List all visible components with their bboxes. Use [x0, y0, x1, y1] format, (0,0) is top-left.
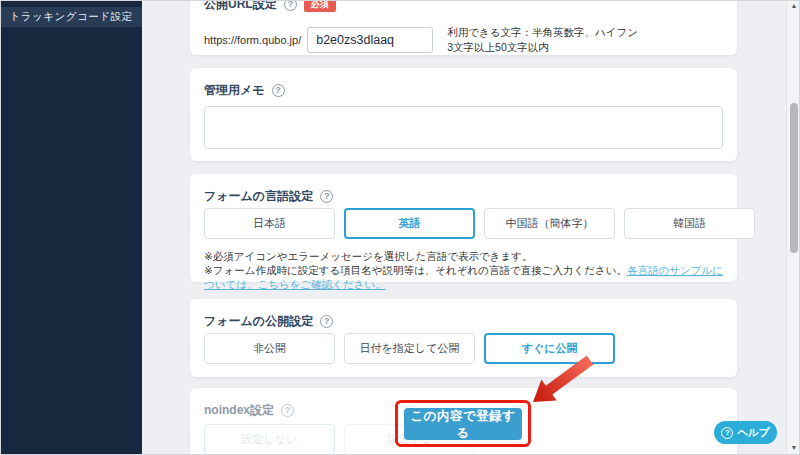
help-icon[interactable]: ?	[284, 0, 297, 11]
sidebar: トラッキングコード設定	[0, 0, 142, 455]
memo-textarea[interactable]	[204, 106, 723, 149]
language-option-chinese-simplified[interactable]: 中国語（簡体字）	[484, 208, 615, 239]
help-icon[interactable]: ?	[320, 190, 333, 203]
language-note-2: ※フォーム作成時に設定する項目名や説明等は、それぞれの言語で直接ご入力ください。…	[204, 263, 723, 291]
scrollbar-thumb[interactable]	[790, 103, 798, 253]
memo-card: 管理用メモ ?	[190, 68, 737, 161]
help-button-label: ヘルプ	[737, 426, 769, 440]
required-badge: 必須	[304, 0, 336, 12]
scrollbar[interactable]: ▲ ▼	[786, 0, 800, 455]
language-settings-card: フォームの言語設定 ? 日本語 英語 中国語（簡体字） 韓国語 ※必須アイコンや…	[190, 174, 737, 282]
url-slug-input[interactable]	[307, 27, 433, 53]
help-icon[interactable]: ?	[281, 404, 294, 417]
sidebar-item-label: トラッキングコード設定	[10, 10, 133, 24]
help-button[interactable]: ? ヘルプ	[714, 421, 777, 444]
publish-settings-card: フォームの公開設定 ? 非公開 日付を指定して公開 すぐに公開	[190, 299, 737, 377]
language-note-1: ※必須アイコンやエラーメッセージを選択した言語で表示できます。	[204, 249, 723, 263]
language-option-japanese[interactable]: 日本語	[204, 208, 335, 239]
scroll-up-icon[interactable]: ▲	[787, 0, 800, 12]
scroll-down-icon[interactable]: ▼	[787, 442, 800, 454]
url-note: 利用できる文字：半角英数字、ハイフン 3文字以上50文字以内	[447, 25, 638, 55]
help-question-icon: ?	[721, 427, 733, 439]
url-settings-card: 公開URL設定 ? 必須 https://form.qubo.jp/ 利用できる…	[190, 0, 737, 55]
publish-option-immediate[interactable]: すぐに公開	[484, 333, 615, 364]
language-settings-title: フォームの言語設定	[204, 188, 313, 205]
noindex-settings-title: noindex設定	[204, 402, 274, 419]
noindex-option-off[interactable]: 設定しない	[204, 424, 335, 455]
publish-option-private[interactable]: 非公開	[204, 333, 335, 364]
url-settings-title: 公開URL設定	[204, 0, 277, 13]
language-option-korean[interactable]: 韓国語	[624, 208, 755, 239]
memo-title: 管理用メモ	[204, 82, 265, 99]
help-icon[interactable]: ?	[320, 315, 333, 328]
url-note-line1: 利用できる文字：半角英数字、ハイフン	[447, 25, 638, 40]
url-prefix-label: https://form.qubo.jp/	[204, 34, 301, 46]
language-notes: ※必須アイコンやエラーメッセージを選択した言語で表示できます。 ※フォーム作成時…	[204, 249, 723, 291]
publish-option-scheduled[interactable]: 日付を指定して公開	[344, 333, 475, 364]
main-content: 公開URL設定 ? 必須 https://form.qubo.jp/ 利用できる…	[142, 0, 786, 455]
language-option-english[interactable]: 英語	[344, 208, 475, 239]
submit-button[interactable]: この内容で登録する	[404, 408, 522, 440]
publish-settings-title: フォームの公開設定	[204, 313, 313, 330]
sidebar-item-tracking-code[interactable]: トラッキングコード設定	[0, 7, 142, 27]
help-icon[interactable]: ?	[272, 84, 285, 97]
url-note-line2: 3文字以上50文字以内	[447, 40, 638, 55]
